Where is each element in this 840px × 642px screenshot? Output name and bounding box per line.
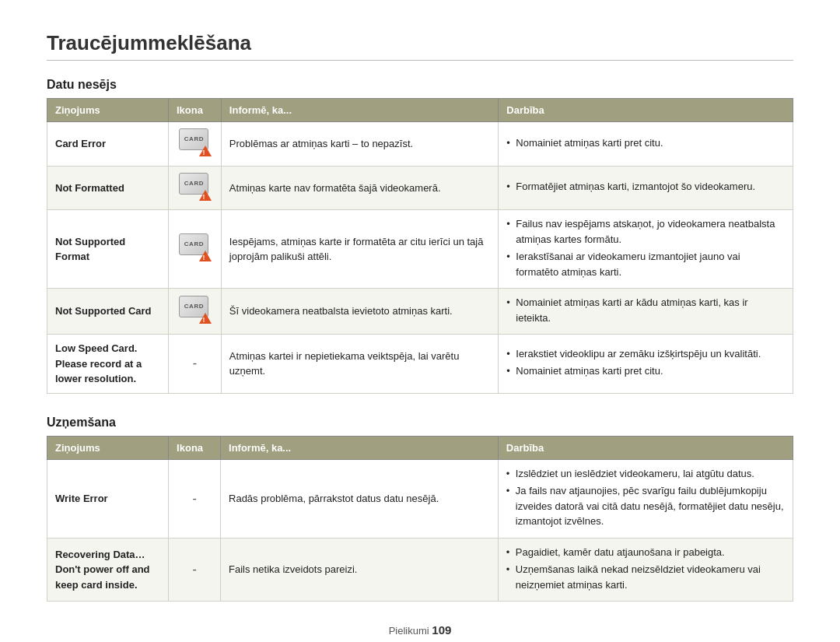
action-item: Failus nav iespējams atskaņot, jo videok… bbox=[506, 216, 785, 247]
section-datu-heading: Datu nesējs bbox=[47, 78, 793, 92]
icon-cell: CARD bbox=[168, 122, 221, 167]
action-item: Ja fails nav atjaunojies, pēc svarīgu fa… bbox=[506, 483, 785, 529]
info-cell: Fails netika izveidots pareizi. bbox=[221, 538, 499, 602]
action-item: Izslēdziet un ieslēdziet videokameru, la… bbox=[506, 466, 785, 482]
section-datu-nesejs: Datu nesējs Ziņojums Ikona Informē, ka..… bbox=[47, 78, 793, 394]
action-item: Ierakstiet videoklipu ar zemāku izšķirts… bbox=[506, 346, 785, 362]
table-row: Not FormattedCARDAtmiņas karte nav forma… bbox=[47, 166, 793, 210]
card-warning-icon: CARD bbox=[179, 233, 210, 260]
action-cell: Formatējiet atmiņas karti, izmantojot šo… bbox=[499, 166, 793, 210]
dash-icon: - bbox=[192, 492, 196, 505]
uznem-table: Ziņojums Ikona Informē, ka... Darbība Wr… bbox=[47, 436, 793, 602]
card-warning-icon: CARD bbox=[179, 296, 210, 322]
message-cell: Write Error bbox=[47, 459, 169, 538]
message-cell: Not Supported Format bbox=[47, 210, 169, 289]
card-warning-icon: CARD bbox=[179, 173, 210, 199]
card-warning-icon: CARD bbox=[179, 128, 210, 155]
col-darbiba-uznem: Darbība bbox=[498, 436, 793, 459]
action-cell: Nomainiet atmiņas karti ar kādu atmiņas … bbox=[499, 289, 793, 335]
message-cell: Recovering Data… Don't power off and kee… bbox=[47, 538, 169, 602]
icon-cell: CARD bbox=[168, 210, 221, 289]
section-uznem-heading: Uzņemšana bbox=[47, 416, 793, 430]
info-cell: Iespējams, atmiņas karte ir formatēta ar… bbox=[221, 210, 498, 289]
action-item: Uzņemšanas laikā nekad neizsēldziet vide… bbox=[506, 562, 785, 592]
section-uznemshana: Uzņemšana Ziņojums Ikona Informē, ka... … bbox=[47, 416, 793, 602]
table-row: Low Speed Card. Please record at a lower… bbox=[47, 335, 793, 394]
datu-table: Ziņojums Ikona Informē, ka... Darbība Ca… bbox=[47, 98, 793, 394]
dash-icon: - bbox=[193, 356, 197, 370]
info-cell: Atmiņas karte nav formatēta šajā videoka… bbox=[221, 166, 498, 210]
action-cell: Nomainiet atmiņas karti pret citu. bbox=[499, 122, 793, 167]
icon-cell: CARD bbox=[168, 166, 221, 210]
col-darbiba-datu: Darbība bbox=[499, 99, 793, 122]
info-cell: Šī videokamera neatbalsta ievietoto atmi… bbox=[221, 289, 498, 335]
action-cell: Izslēdziet un ieslēdziet videokameru, la… bbox=[498, 459, 793, 538]
title-divider bbox=[47, 60, 793, 61]
datu-table-header-row: Ziņojums Ikona Informē, ka... Darbība bbox=[47, 99, 793, 122]
col-informe-uznem: Informē, ka... bbox=[221, 436, 499, 459]
info-cell: Radās problēma, pārrakstot datus datu ne… bbox=[221, 459, 499, 538]
table-row: Write Error-Radās problēma, pārrakstot d… bbox=[47, 459, 793, 538]
action-cell: Failus nav iespējams atskaņot, jo videok… bbox=[499, 210, 793, 289]
message-cell: Low Speed Card. Please record at a lower… bbox=[47, 335, 169, 394]
action-cell: Pagaidiet, kamēr datu atjaunošana ir pab… bbox=[498, 538, 793, 602]
table-row: Not Supported CardCARDŠī videokamera nea… bbox=[47, 289, 793, 335]
table-row: Recovering Data… Don't power off and kee… bbox=[47, 538, 793, 602]
dash-icon: - bbox=[192, 563, 196, 576]
action-item: Nomainiet atmiņas karti ar kādu atmiņas … bbox=[506, 295, 785, 325]
page-footer: Pielikumi 109 bbox=[47, 623, 793, 637]
action-item: Nomainiet atmiņas karti pret citu. bbox=[506, 363, 785, 379]
icon-cell: - bbox=[168, 335, 221, 394]
col-ikona-uznem: Ikona bbox=[169, 436, 221, 459]
col-zinojums-datu: Ziņojums bbox=[47, 99, 169, 122]
message-cell: Card Error bbox=[47, 122, 169, 167]
info-cell: Problēmas ar atmiņas karti – to nepazīst… bbox=[221, 122, 498, 167]
table-row: Card ErrorCARDProblēmas ar atmiņas karti… bbox=[47, 122, 793, 167]
table-row: Not Supported FormatCARDIespējams, atmiņ… bbox=[47, 210, 793, 289]
icon-cell: - bbox=[169, 459, 221, 538]
uznem-table-header-row: Ziņojums Ikona Informē, ka... Darbība bbox=[47, 436, 793, 459]
message-cell: Not Supported Card bbox=[47, 289, 169, 335]
col-ikona-datu: Ikona bbox=[168, 99, 221, 122]
action-item: Ierakstīšanai ar videokameru izmantojiet… bbox=[506, 249, 785, 279]
page-title: Traucējummeklēšana bbox=[47, 31, 793, 55]
action-item: Formatējiet atmiņas karti, izmantojot šo… bbox=[506, 179, 785, 195]
icon-cell: CARD bbox=[168, 289, 221, 335]
footer-label: Pielikumi bbox=[389, 625, 429, 637]
message-cell: Not Formatted bbox=[47, 166, 169, 210]
icon-cell: - bbox=[169, 538, 221, 602]
action-item: Pagaidiet, kamēr datu atjaunošana ir pab… bbox=[506, 545, 785, 560]
action-cell: Ierakstiet videoklipu ar zemāku izšķirts… bbox=[499, 335, 793, 394]
col-zinojums-uznem: Ziņojums bbox=[47, 436, 169, 459]
action-item: Nomainiet atmiņas karti pret citu. bbox=[506, 135, 785, 151]
col-informe-datu: Informē, ka... bbox=[221, 99, 498, 122]
footer-page-number: 109 bbox=[432, 623, 451, 637]
info-cell: Atmiņas kartei ir nepietiekama veiktspēj… bbox=[221, 335, 498, 394]
